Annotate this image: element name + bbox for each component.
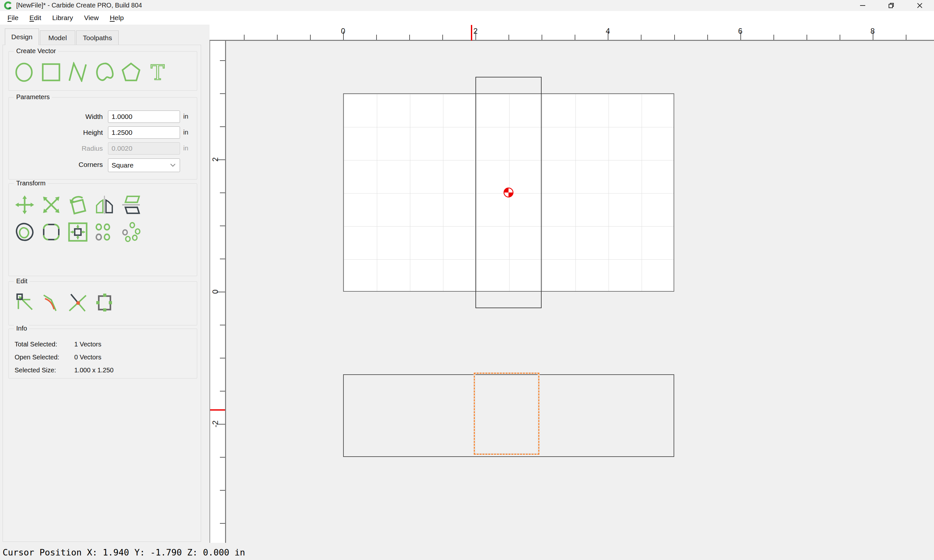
application-window: [NewFile]* - Carbide Create PRO, Build 8… <box>0 0 934 560</box>
menu-bar: FileEditLibraryViewHelp <box>0 11 934 25</box>
ruler-tick <box>442 35 443 40</box>
tab-model[interactable]: Model <box>40 31 75 45</box>
menu-file[interactable]: File <box>2 14 24 22</box>
ruler-tick <box>220 523 225 524</box>
trim-vectors-tool-button[interactable] <box>68 292 88 313</box>
ruler-tick <box>220 490 225 491</box>
menu-library[interactable]: Library <box>47 14 79 22</box>
edit-title: Edit <box>14 277 29 285</box>
vertical-ruler: 20-2 <box>210 25 226 543</box>
menu-edit[interactable]: Edit <box>24 14 47 22</box>
ruler-tick <box>840 35 840 40</box>
height-unit: in <box>183 129 188 136</box>
info-group: Info Total Selected: 1 Vectors Open Sele… <box>8 329 197 378</box>
rectangle-tool-button[interactable] <box>41 62 61 82</box>
scale-tool-button[interactable] <box>41 195 61 215</box>
tab-toolpaths[interactable]: Toolpaths <box>76 31 119 45</box>
restore-icon <box>888 2 895 9</box>
circular-copy-tool-button[interactable] <box>121 222 141 242</box>
hruler-label-8: 8 <box>871 26 875 35</box>
polygon-tool-button[interactable] <box>121 62 141 82</box>
hruler-label-6: 6 <box>738 26 742 35</box>
ruler-tick <box>707 35 708 40</box>
menu-help[interactable]: Help <box>104 14 129 22</box>
width-input[interactable] <box>108 111 180 123</box>
ruler-tick <box>641 35 641 40</box>
vruler-label-0: 0 <box>211 289 220 294</box>
parameters-group: Parameters Width in Height in Radius in … <box>8 97 197 180</box>
ruler-tick <box>806 35 807 40</box>
move-tool-button[interactable] <box>15 195 35 215</box>
ruler-tick <box>220 126 225 127</box>
selected-size-row: Selected Size: 1.000 x 1.250 <box>15 366 56 374</box>
flip-vertical-tool-button[interactable] <box>121 195 141 215</box>
offset-vectors-tool-button[interactable] <box>15 222 35 242</box>
restore-button[interactable] <box>877 0 905 11</box>
close-button[interactable] <box>905 0 934 11</box>
ruler-tick <box>409 35 410 40</box>
ruler-tick <box>220 457 225 458</box>
open-selected-value: 0 Vectors <box>74 354 101 361</box>
resize-rectangle-tool-button[interactable] <box>94 292 114 313</box>
minimize-button[interactable] <box>848 0 877 11</box>
fillet-corners-tool-button[interactable] <box>41 222 61 242</box>
ruler-tick <box>906 35 906 40</box>
ruler-tick <box>542 35 542 40</box>
width-label: Width <box>85 113 103 120</box>
horizontal-ruler: 02468 <box>210 25 934 41</box>
selection-outline <box>474 373 539 455</box>
height-row: Height in <box>9 126 197 139</box>
chevron-down-icon <box>170 163 176 167</box>
grid-copy-tool-button[interactable] <box>94 222 114 242</box>
text-tool-button[interactable]: T <box>148 62 168 82</box>
cursor-y-indicator <box>210 409 225 411</box>
cursor-x-indicator <box>471 25 472 40</box>
width-unit: in <box>183 113 188 120</box>
canvas-viewport[interactable] <box>210 25 934 544</box>
shrink-fit-tool-button[interactable] <box>68 222 88 242</box>
open-selected-row: Open Selected: 0 Vectors <box>15 354 59 361</box>
height-input[interactable] <box>108 126 180 139</box>
ruler-tick <box>310 35 311 40</box>
ruler-tick <box>220 358 225 358</box>
radius-label: Radius <box>82 145 103 152</box>
tab-design[interactable]: Design <box>5 29 39 45</box>
carbide-create-logo-icon <box>4 1 12 10</box>
info-title: Info <box>14 325 29 332</box>
corners-value: Square <box>112 162 134 169</box>
width-row: Width in <box>9 111 197 123</box>
polyline-tool-button[interactable] <box>68 62 88 82</box>
flip-horizontal-tool-button[interactable] <box>94 195 114 215</box>
radius-unit: in <box>183 145 188 152</box>
create-vector-title: Create Vector <box>14 47 58 55</box>
selected-rect[interactable] <box>473 372 539 455</box>
ruler-tick <box>220 93 225 94</box>
ruler-tick <box>220 258 225 259</box>
menu-view[interactable]: View <box>79 14 104 22</box>
corners-dropdown[interactable]: Square <box>108 158 180 172</box>
height-label: Height <box>83 129 103 137</box>
rotate-tool-button[interactable] <box>68 195 88 215</box>
ruler-tick <box>376 35 377 40</box>
node-edit-tool-button[interactable] <box>15 292 35 313</box>
ruler-tick <box>244 35 245 40</box>
curve-tool-button[interactable] <box>94 62 114 82</box>
ruler-tick <box>575 35 575 40</box>
ruler-tick <box>674 35 675 40</box>
ruler-tick <box>509 35 509 40</box>
ruler-tick <box>277 35 277 40</box>
ruler-tick <box>774 35 774 40</box>
ruler-tick <box>220 325 225 325</box>
ruler-tick <box>220 226 225 226</box>
vruler-label--2: -2 <box>211 421 220 428</box>
cursor-position-text: Cursor Position X: 1.940 Y: -1.790 Z: 0.… <box>0 548 245 557</box>
edit-group: Edit <box>8 281 197 325</box>
transform-title: Transform <box>14 180 48 187</box>
svg-text:T: T <box>151 62 165 82</box>
circle-tool-button[interactable] <box>15 62 35 82</box>
title-bar: [NewFile]* - Carbide Create PRO, Build 8… <box>0 0 934 11</box>
total-selected-row: Total Selected: 1 Vectors <box>15 341 57 348</box>
create-vector-group: Create Vector T <box>8 51 197 91</box>
ruler-tick <box>220 192 225 193</box>
smooth-vector-tool-button[interactable] <box>41 292 61 313</box>
